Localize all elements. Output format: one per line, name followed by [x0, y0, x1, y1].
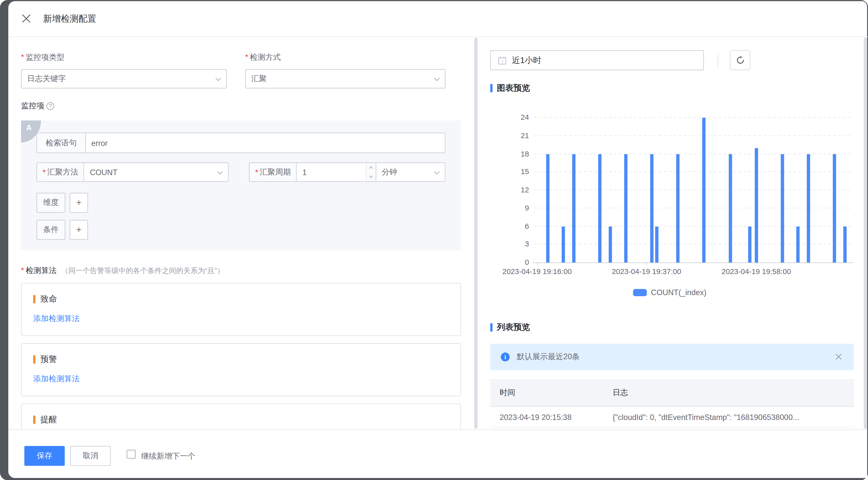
- add-dimension-button[interactable]: +: [70, 193, 88, 213]
- chart-bar-20:13[interactable]: [833, 154, 836, 263]
- chart-bar-20:15[interactable]: [843, 226, 846, 263]
- chart-legend[interactable]: COUNT(_index): [487, 288, 852, 297]
- spinner-down-icon[interactable]: [366, 172, 375, 181]
- chart-bar-19:28[interactable]: [598, 154, 601, 263]
- monitor-type-label: *监控项类型: [21, 52, 65, 63]
- monitor-type-select[interactable]: 日志关键字: [21, 69, 227, 89]
- chart-bar-20:08[interactable]: [807, 154, 810, 263]
- cell-log: {"cloudId": 0, "dtEventTimeStamp": "1681…: [613, 413, 848, 421]
- chart-bar-19:53[interactable]: [728, 154, 732, 263]
- gridline-3: [534, 244, 852, 244]
- refresh-button[interactable]: [730, 50, 750, 70]
- drawer-title: 新增检测配置: [43, 13, 96, 24]
- agg-method-label: *汇聚方法: [37, 163, 84, 181]
- chart-bar-19:38[interactable]: [650, 154, 653, 263]
- agg-period-input[interactable]: 1: [297, 163, 366, 181]
- level-name: 预警: [40, 354, 57, 365]
- level-name: 提醒: [40, 414, 57, 425]
- cancel-button[interactable]: 取消: [70, 446, 111, 466]
- left-pane-scrollbar[interactable]: [474, 38, 478, 429]
- list-preview-heading: 列表预览: [490, 322, 530, 333]
- gridline-15: [534, 172, 852, 172]
- heading-text: 图表预览: [497, 83, 530, 94]
- chevron-down-icon: [217, 169, 223, 174]
- chart-preview-heading: 图表预览: [490, 83, 530, 94]
- dimension-chip: 维度: [36, 193, 65, 213]
- chart-y-axis-labels: 03691215182124: [487, 113, 529, 267]
- chart-bar-19:58[interactable]: [754, 148, 758, 263]
- chart-bar-19:21[interactable]: [561, 226, 565, 263]
- y-tick-label: 18: [487, 149, 529, 158]
- save-button[interactable]: 保存: [24, 446, 65, 466]
- heading-bar: [490, 84, 493, 92]
- info-alert: i 默认展示最近20条: [490, 344, 854, 370]
- gridline-9: [534, 208, 852, 208]
- chart-bar-19:48[interactable]: [703, 118, 706, 263]
- query-input[interactable]: error: [86, 133, 445, 152]
- agg-period-group: *汇聚周期 1 分钟: [249, 163, 445, 182]
- toolbar-divider: [718, 54, 718, 67]
- detect-method-value: 汇聚: [251, 74, 267, 84]
- chart-bar-19:23[interactable]: [572, 154, 575, 263]
- time-range-value: 近1小时: [512, 55, 541, 66]
- chart-bar-19:43[interactable]: [676, 154, 680, 263]
- close-icon[interactable]: [22, 14, 31, 23]
- chart-plot-area: [534, 118, 852, 263]
- calendar-icon: 7: [498, 56, 506, 64]
- query-value: error: [91, 138, 107, 147]
- heading-bar: [490, 323, 493, 332]
- alert-text: 默认展示最近20条: [517, 352, 580, 362]
- algorithm-label: *检测算法 （同一个告警等级中的各个条件之间的关系为“且”）: [21, 266, 224, 276]
- detect-method-label: *检测方式: [245, 52, 281, 63]
- agg-period-unit-select[interactable]: 分钟: [375, 163, 445, 181]
- gridline-12: [534, 190, 852, 190]
- table-header-row: 时间 日志: [490, 379, 854, 407]
- chart-bar-19:39[interactable]: [655, 226, 659, 263]
- chart-bar-19:33[interactable]: [624, 154, 627, 263]
- detect-method-select[interactable]: 汇聚: [245, 69, 445, 89]
- chevron-down-icon: [434, 169, 440, 174]
- level-name: 致命: [40, 294, 57, 304]
- y-tick-label: 9: [487, 204, 529, 212]
- agg-method-select[interactable]: COUNT: [84, 163, 228, 181]
- add-algorithm-link[interactable]: 添加检测算法: [33, 314, 80, 324]
- page: 新增检测配置 *监控项类型 *检测方式 日志关键字 汇聚 监控项? A 检索语句…: [0, 0, 868, 480]
- gridline-6: [534, 226, 852, 226]
- number-spinner: [366, 163, 376, 181]
- chart-bar-19:30[interactable]: [609, 226, 612, 263]
- col-log: 日志: [613, 387, 628, 398]
- svg-text:7: 7: [501, 59, 503, 64]
- info-icon: i: [501, 352, 509, 361]
- chart-bar-19:18[interactable]: [546, 154, 549, 263]
- help-icon[interactable]: ?: [46, 102, 54, 110]
- time-range-picker[interactable]: 7 近1小时: [490, 50, 704, 70]
- x-tick-label: 2023-04-19 19:37:00: [612, 268, 681, 276]
- monitor-item-label: 监控项?: [21, 101, 54, 111]
- footer-bar: 保存 取消 继续新增下一个: [8, 429, 867, 478]
- required-mark: *: [21, 53, 24, 61]
- gridline-18: [534, 153, 852, 154]
- condition-chip: 条件: [36, 220, 65, 240]
- agg-period-label: *汇聚周期: [249, 163, 297, 181]
- chart-x-axis-labels: 2023-04-19 19:16:002023-04-19 19:37:0020…: [534, 268, 852, 279]
- add-algorithm-link[interactable]: 添加检测算法: [33, 374, 80, 384]
- right-pane-scrollbar[interactable]: [864, 38, 867, 429]
- spinner-up-icon[interactable]: [366, 163, 375, 172]
- y-tick-label: 24: [487, 113, 529, 122]
- chart-bar-19:57[interactable]: [748, 226, 751, 263]
- chevron-down-icon: [434, 75, 440, 81]
- continue-checkbox[interactable]: [127, 450, 135, 459]
- add-condition-button[interactable]: +: [70, 220, 88, 240]
- required-mark: *: [255, 168, 258, 177]
- chart-bar-20:06[interactable]: [796, 226, 800, 263]
- dimmed-backdrop: 新增检测配置 *监控项类型 *检测方式 日志关键字 汇聚 监控项? A 检索语句…: [0, 0, 868, 480]
- query-input-group: 检索语句 error: [36, 133, 445, 153]
- table-row[interactable]: 2023-04-19 20:15:38 {"cloudId": 0, "dtEv…: [490, 407, 854, 427]
- alert-close-icon[interactable]: [836, 354, 842, 360]
- chart-bar-20:03[interactable]: [781, 154, 784, 263]
- y-tick-label: 21: [487, 131, 529, 140]
- continue-label: 继续新增下一个: [141, 450, 195, 461]
- required-mark: *: [245, 53, 248, 61]
- x-tick-mark: [537, 263, 537, 265]
- y-tick-label: 15: [487, 168, 529, 176]
